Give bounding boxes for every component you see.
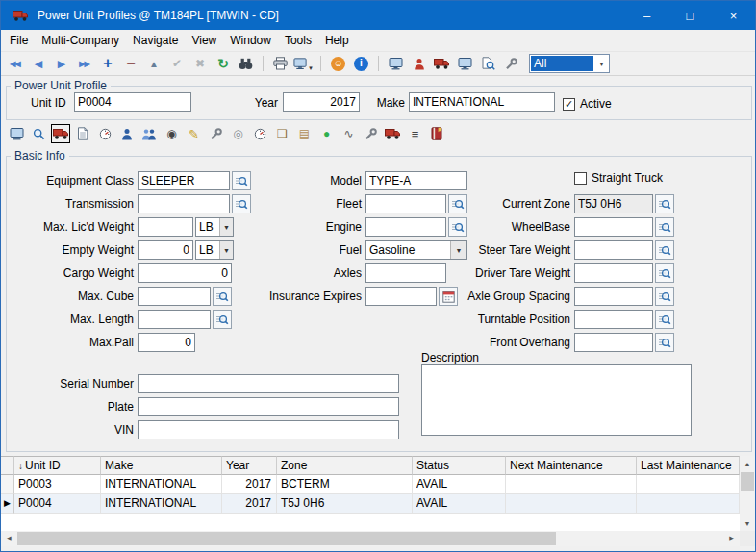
v-scroll-thumb[interactable] bbox=[741, 472, 754, 491]
current-zone-lookup-button[interactable] bbox=[655, 194, 674, 213]
year-input[interactable] bbox=[283, 92, 360, 112]
search-icon[interactable] bbox=[29, 124, 48, 143]
driver-icon[interactable] bbox=[117, 124, 137, 143]
timer-icon[interactable] bbox=[250, 124, 269, 143]
screen-select-icon[interactable]: ▼ bbox=[293, 54, 314, 74]
nav-next-icon[interactable]: ▶ bbox=[51, 54, 71, 74]
column-header-next-maintenance[interactable]: Next Maintenance bbox=[506, 456, 637, 475]
fuel-combo[interactable]: Gasoline ▼ bbox=[365, 240, 467, 260]
front-overhang-lookup-button[interactable] bbox=[655, 333, 674, 352]
serial-number-input[interactable] bbox=[138, 374, 399, 393]
disc-icon[interactable]: ◉ bbox=[162, 124, 181, 143]
steer-tare-weight-lookup-button[interactable] bbox=[655, 240, 674, 260]
menu-item-multi-company[interactable]: Multi-Company bbox=[35, 31, 126, 50]
steer-tare-weight-input[interactable] bbox=[574, 240, 653, 260]
scroll-right-button[interactable]: ▶ bbox=[724, 531, 740, 546]
scroll-down-button[interactable]: ▼ bbox=[740, 515, 755, 531]
tag-icon[interactable]: ❏ bbox=[272, 124, 291, 143]
transmission-input[interactable] bbox=[138, 194, 230, 213]
close-button[interactable]: × bbox=[712, 1, 755, 30]
combo-arrow-icon[interactable]: ▼ bbox=[219, 241, 233, 259]
document-icon[interactable] bbox=[73, 124, 92, 143]
truck-icon[interactable] bbox=[383, 124, 402, 143]
axle-group-spacing-input[interactable] bbox=[574, 287, 653, 306]
insurance-expires-input[interactable] bbox=[365, 287, 437, 306]
column-header-year[interactable]: Year bbox=[222, 456, 277, 475]
menu-item-file[interactable]: File bbox=[3, 31, 35, 50]
axles-input[interactable] bbox=[365, 263, 446, 283]
menu-item-help[interactable]: Help bbox=[318, 31, 356, 50]
nav-prev-icon[interactable]: ◀ bbox=[28, 54, 48, 74]
record-filter-combo[interactable]: All ▼ bbox=[529, 54, 610, 73]
add-record-icon[interactable]: + bbox=[97, 54, 117, 74]
description-textarea[interactable] bbox=[421, 364, 692, 436]
table-row[interactable]: P0003 INTERNATIONAL 2017 BCTERM AVAIL bbox=[1, 475, 740, 494]
menu-item-view[interactable]: View bbox=[185, 31, 223, 50]
max-pall-input[interactable] bbox=[138, 333, 195, 352]
fleet-input[interactable] bbox=[365, 194, 446, 213]
active-checkbox[interactable]: ✓ bbox=[563, 98, 575, 111]
cargo-weight-input[interactable] bbox=[138, 263, 232, 283]
column-header-unit-id[interactable]: ↓Unit ID bbox=[14, 456, 101, 475]
monitor-icon[interactable] bbox=[455, 54, 475, 74]
list-icon[interactable]: ≡ bbox=[405, 124, 424, 143]
turntable-position-input[interactable] bbox=[574, 310, 653, 329]
profile-screen-icon[interactable] bbox=[7, 124, 26, 143]
column-header-make[interactable]: Make bbox=[101, 456, 222, 475]
dispatch-truck-icon[interactable] bbox=[432, 54, 452, 74]
combo-arrow-icon[interactable]: ▼ bbox=[219, 218, 233, 236]
equipment-class-input[interactable] bbox=[138, 171, 230, 190]
print-icon[interactable] bbox=[270, 54, 290, 74]
connector-icon[interactable]: ∿ bbox=[339, 124, 358, 143]
zoom-document-icon[interactable] bbox=[478, 54, 498, 74]
column-header-zone[interactable]: Zone bbox=[277, 456, 413, 475]
turntable-position-lookup-button[interactable] bbox=[655, 310, 674, 329]
vertical-scrollbar[interactable]: ▲ ▼ bbox=[740, 456, 755, 531]
max-length-lookup-button[interactable] bbox=[213, 310, 232, 329]
maximize-button[interactable]: □ bbox=[668, 1, 712, 30]
users-icon[interactable] bbox=[139, 124, 159, 143]
nav-first-icon[interactable]: ◀◀ bbox=[5, 54, 25, 74]
wheelbase-input[interactable] bbox=[574, 217, 653, 237]
model-input[interactable] bbox=[365, 171, 467, 190]
edit-pencil-icon[interactable]: ✎ bbox=[184, 124, 203, 143]
axle-group-spacing-lookup-button[interactable] bbox=[655, 287, 674, 306]
scroll-up-button[interactable]: ▲ bbox=[740, 456, 755, 471]
transmission-lookup-button[interactable] bbox=[232, 194, 251, 213]
power-unit-icon[interactable] bbox=[51, 124, 70, 143]
column-header-status[interactable]: Status bbox=[413, 456, 506, 475]
user-icon[interactable] bbox=[409, 54, 429, 74]
status-icon[interactable]: ● bbox=[316, 124, 336, 143]
empty-weight-unit-combo[interactable]: LB ▼ bbox=[195, 240, 234, 260]
manual-book-icon[interactable] bbox=[427, 124, 446, 143]
straight-truck-checkbox[interactable] bbox=[574, 172, 587, 185]
empty-weight-input[interactable] bbox=[138, 240, 193, 260]
search-records-icon[interactable] bbox=[236, 54, 256, 74]
insurance-expires-date-button[interactable] bbox=[439, 287, 458, 306]
unit-id-input[interactable] bbox=[74, 92, 191, 112]
table-row[interactable]: ▶ P0004 INTERNATIONAL 2017 T5J 0H6 AVAIL bbox=[1, 494, 740, 514]
max-licd-weight-unit-combo[interactable]: LB ▼ bbox=[195, 217, 234, 237]
equipment-class-lookup-button[interactable] bbox=[232, 171, 251, 190]
make-input[interactable] bbox=[409, 92, 555, 112]
refresh-icon[interactable]: ↻ bbox=[213, 54, 233, 74]
max-cube-lookup-button[interactable] bbox=[213, 287, 232, 306]
info-icon[interactable]: i bbox=[351, 54, 371, 74]
current-zone-input[interactable] bbox=[574, 194, 653, 213]
plate-input[interactable] bbox=[138, 397, 399, 416]
driver-tare-weight-input[interactable] bbox=[574, 263, 653, 283]
scroll-left-button[interactable]: ◀ bbox=[1, 531, 16, 546]
tools-icon[interactable] bbox=[501, 54, 521, 74]
horizontal-scrollbar[interactable]: ◀ ▶ bbox=[1, 531, 740, 546]
nav-last-icon[interactable]: ▶▶ bbox=[74, 54, 94, 74]
wheelbase-lookup-button[interactable] bbox=[655, 217, 674, 237]
front-overhang-input[interactable] bbox=[574, 333, 653, 352]
max-cube-input[interactable] bbox=[138, 287, 211, 306]
combo-arrow-icon[interactable]: ▼ bbox=[594, 55, 609, 72]
cd-icon[interactable]: ◎ bbox=[228, 124, 247, 143]
minimize-button[interactable]: – bbox=[625, 1, 668, 30]
titlebar[interactable]: Power Unit Profiles @ TM184PL [TMWIN - C… bbox=[1, 1, 755, 30]
post-edit-icon[interactable]: ✔ bbox=[166, 54, 187, 74]
menu-item-navigate[interactable]: Navigate bbox=[126, 31, 185, 50]
attachment-icon[interactable] bbox=[206, 124, 225, 143]
